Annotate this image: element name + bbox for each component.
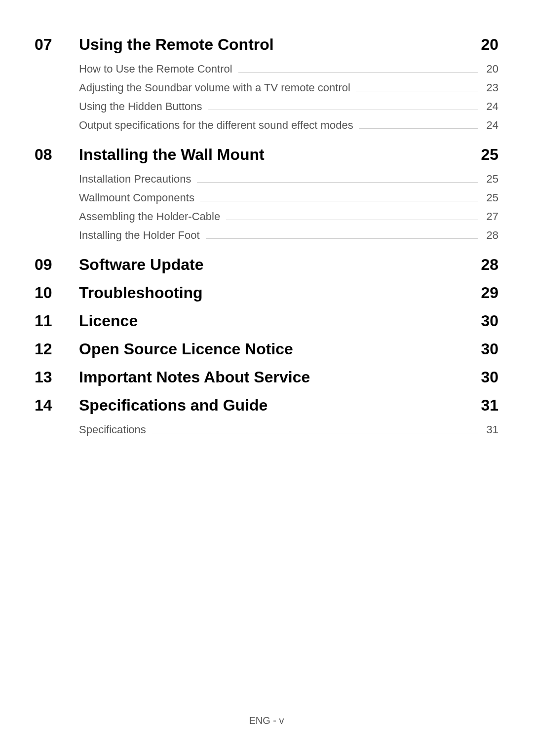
sub-page: 27	[484, 210, 498, 223]
sub-page: 24	[484, 119, 498, 132]
section-title: Licence	[79, 312, 474, 330]
toc-section: 09 Software Update 28	[35, 256, 498, 274]
section-page: 31	[474, 396, 498, 415]
sub-page: 20	[484, 63, 498, 76]
sub-page: 31	[484, 423, 498, 436]
leader-line	[238, 72, 478, 73]
leader-line	[356, 91, 478, 91]
toc-section: 08 Installing the Wall Mount 25 Installa…	[35, 146, 498, 242]
sub-title: Specifications	[79, 423, 146, 436]
section-number: 11	[35, 312, 79, 330]
toc-section-header[interactable]: 09 Software Update 28	[35, 256, 498, 274]
page-footer: ENG - v	[0, 715, 533, 726]
toc-sub-entry[interactable]: Using the Hidden Buttons 24	[79, 100, 498, 113]
section-title: Installing the Wall Mount	[79, 146, 474, 164]
sub-page: 25	[484, 191, 498, 204]
sub-page: 23	[484, 81, 498, 94]
leader-line	[226, 220, 478, 220]
sub-page: 25	[484, 173, 498, 186]
toc-section-header[interactable]: 07 Using the Remote Control 20	[35, 36, 498, 54]
toc-section: 14 Specifications and Guide 31 Specifica…	[35, 396, 498, 436]
toc-section-header[interactable]: 10 Troubleshooting 29	[35, 284, 498, 302]
toc-sub-entry[interactable]: Adjusting the Soundbar volume with a TV …	[79, 81, 498, 94]
section-page: 25	[474, 146, 498, 164]
toc-section-header[interactable]: 13 Important Notes About Service 30	[35, 368, 498, 386]
leader-line	[197, 182, 478, 183]
toc-sub-entry[interactable]: Assembling the Holder-Cable 27	[79, 210, 498, 223]
sub-page: 24	[484, 100, 498, 113]
section-page: 29	[474, 284, 498, 302]
toc-section-header[interactable]: 12 Open Source Licence Notice 30	[35, 340, 498, 358]
toc-sub-entry[interactable]: Installation Precautions 25	[79, 173, 498, 186]
toc-section: 11 Licence 30	[35, 312, 498, 330]
section-number: 14	[35, 396, 79, 415]
toc-section: 07 Using the Remote Control 20 How to Us…	[35, 36, 498, 132]
section-page: 30	[474, 340, 498, 358]
section-page: 30	[474, 368, 498, 386]
sub-title: Adjusting the Soundbar volume with a TV …	[79, 81, 350, 94]
section-number: 10	[35, 284, 79, 302]
section-title: Specifications and Guide	[79, 396, 474, 415]
sub-title: Wallmount Components	[79, 191, 194, 204]
table-of-contents: 07 Using the Remote Control 20 How to Us…	[35, 36, 498, 436]
section-number: 08	[35, 146, 79, 164]
leader-line	[200, 201, 478, 201]
toc-sub-entry[interactable]: Installing the Holder Foot 28	[79, 229, 498, 242]
sub-title: How to Use the Remote Control	[79, 63, 232, 76]
sub-title: Installing the Holder Foot	[79, 229, 200, 242]
toc-section-header[interactable]: 14 Specifications and Guide 31	[35, 396, 498, 415]
leader-line	[359, 128, 478, 129]
leader-line	[152, 433, 478, 433]
section-title: Troubleshooting	[79, 284, 474, 302]
toc-sub-entry[interactable]: Output specifications for the different …	[79, 119, 498, 132]
section-page: 20	[474, 36, 498, 54]
section-number: 13	[35, 368, 79, 386]
section-page: 28	[474, 256, 498, 274]
section-title: Open Source Licence Notice	[79, 340, 474, 358]
toc-section-header[interactable]: 11 Licence 30	[35, 312, 498, 330]
sub-title: Using the Hidden Buttons	[79, 100, 202, 113]
section-title: Important Notes About Service	[79, 368, 474, 386]
section-title: Software Update	[79, 256, 474, 274]
toc-section-header[interactable]: 08 Installing the Wall Mount 25	[35, 146, 498, 164]
toc-section: 12 Open Source Licence Notice 30	[35, 340, 498, 358]
toc-section: 13 Important Notes About Service 30	[35, 368, 498, 386]
sub-title: Installation Precautions	[79, 173, 191, 186]
sub-page: 28	[484, 229, 498, 242]
toc-sub-entry[interactable]: Wallmount Components 25	[79, 191, 498, 204]
section-number: 09	[35, 256, 79, 274]
section-number: 12	[35, 340, 79, 358]
section-number: 07	[35, 36, 79, 54]
section-title: Using the Remote Control	[79, 36, 474, 54]
leader-line	[208, 110, 478, 110]
leader-line	[206, 238, 478, 239]
toc-sub-entry[interactable]: Specifications 31	[79, 423, 498, 436]
sub-title: Output specifications for the different …	[79, 119, 353, 132]
toc-section: 10 Troubleshooting 29	[35, 284, 498, 302]
sub-title: Assembling the Holder-Cable	[79, 210, 220, 223]
section-page: 30	[474, 312, 498, 330]
toc-sub-entry[interactable]: How to Use the Remote Control 20	[79, 63, 498, 76]
